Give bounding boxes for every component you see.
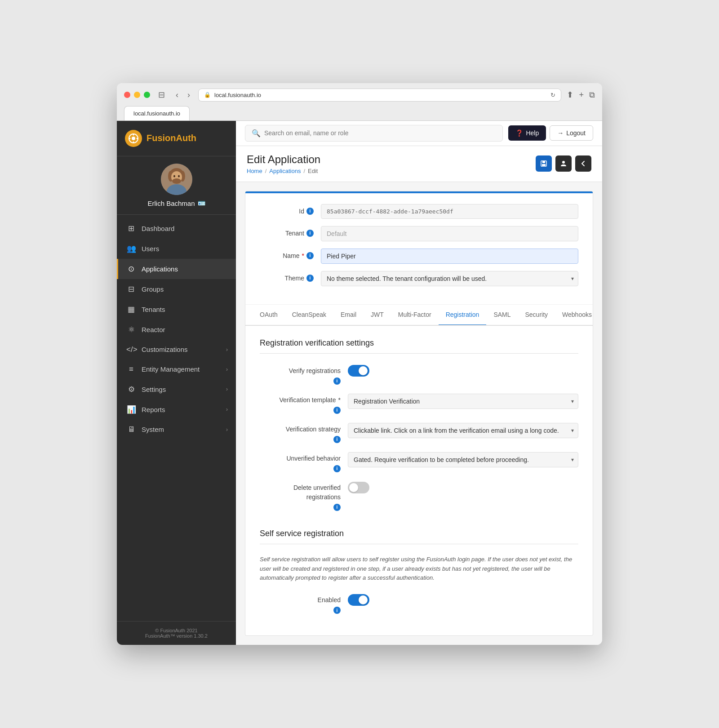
- address-bar[interactable]: 🔒 local.fusionauth.io ↻: [198, 89, 561, 102]
- verification-strategy-select[interactable]: Clickable link. Click on a link from the…: [348, 423, 578, 438]
- self-service-description: Self service registration will allow use…: [260, 555, 578, 583]
- lock-icon: 🔒: [204, 92, 211, 98]
- sidebar-item-groups[interactable]: ⊟ Groups: [117, 279, 236, 299]
- unverified-behavior-select[interactable]: Gated. Require verification to be comple…: [348, 452, 578, 467]
- section-title-reg-verification: Registration verification settings: [260, 338, 578, 354]
- save-button[interactable]: [536, 155, 552, 172]
- tab-oauth[interactable]: OAuth: [253, 305, 285, 326]
- customizations-icon: </>: [126, 345, 136, 354]
- verification-template-row: Verification template* i Registration Ve…: [260, 394, 578, 414]
- sidebar-item-label: Dashboard: [142, 225, 174, 232]
- sidebar-toggle-button[interactable]: ⊟: [155, 89, 168, 101]
- self-service-enabled-row: Enabled i: [260, 594, 578, 614]
- unverified-behavior-label: Unverified behavior i: [260, 452, 341, 472]
- share-button[interactable]: ⬆: [567, 90, 573, 100]
- sidebar-item-label: Users: [142, 245, 159, 253]
- version-text: FusionAuth™ version 1.30.2: [125, 633, 228, 639]
- unverified-behavior-row: Unverified behavior i Gated. Require ver…: [260, 452, 578, 472]
- sidebar-item-reactor[interactable]: ⚛ Reactor: [117, 320, 236, 340]
- tab-jwt[interactable]: JWT: [364, 305, 391, 326]
- self-service-enabled-info-icon[interactable]: i: [333, 607, 341, 614]
- tab-email[interactable]: Email: [333, 305, 364, 326]
- new-tab-button[interactable]: +: [579, 90, 584, 100]
- sidebar-item-label: Entity Management: [142, 365, 200, 373]
- groups-icon: ⊟: [126, 284, 136, 294]
- help-button[interactable]: ❓ Help: [508, 125, 546, 141]
- verify-registrations-info-icon[interactable]: i: [333, 377, 341, 385]
- self-service-section: Self service registration Self service r…: [260, 529, 578, 614]
- sidebar-item-entity-management[interactable]: ≡ Entity Management ›: [117, 360, 236, 379]
- svg-rect-17: [542, 161, 545, 163]
- sidebar-item-label: Groups: [142, 285, 164, 293]
- back-button[interactable]: ‹: [173, 89, 181, 101]
- sidebar-item-label: Reactor: [142, 326, 165, 333]
- section-title-self-service: Self service registration: [260, 529, 578, 544]
- unverified-behavior-info-icon[interactable]: i: [333, 465, 341, 472]
- tenant-input[interactable]: [321, 226, 578, 241]
- name-label: Name* i: [260, 249, 314, 259]
- tenant-info-icon[interactable]: i: [306, 230, 314, 237]
- verification-template-info-icon[interactable]: i: [333, 407, 341, 414]
- theme-info-icon[interactable]: i: [306, 275, 314, 282]
- browser-tab[interactable]: local.fusionauth.io: [124, 106, 190, 120]
- tab-registration[interactable]: Registration: [439, 305, 487, 326]
- tab-title: local.fusionauth.io: [133, 110, 180, 117]
- url-text: local.fusionauth.io: [214, 92, 261, 98]
- user-action-button[interactable]: [555, 155, 572, 172]
- sidebar-item-settings[interactable]: ⚙ Settings ›: [117, 379, 236, 400]
- page-title: Edit Application: [247, 153, 320, 166]
- verification-strategy-row: Verification strategy i Clickable link. …: [260, 423, 578, 443]
- search-input[interactable]: [264, 129, 496, 137]
- settings-icon: ⚙: [126, 385, 136, 394]
- sidebar-item-applications[interactable]: ⊙ Applications: [117, 259, 236, 279]
- id-input[interactable]: [321, 204, 578, 219]
- search-icon: 🔍: [252, 129, 261, 138]
- verification-template-label: Verification template* i: [260, 394, 341, 414]
- self-service-enabled-toggle[interactable]: [348, 594, 369, 606]
- sidebar-item-tenants[interactable]: ▦ Tenants: [117, 299, 236, 320]
- sidebar-item-customizations[interactable]: </> Customizations ›: [117, 340, 236, 360]
- sidebar-item-reports[interactable]: 📊 Reports ›: [117, 400, 236, 420]
- breadcrumb-home[interactable]: Home: [247, 168, 262, 174]
- reactor-icon: ⚛: [126, 325, 136, 334]
- tab-webhooks[interactable]: Webhooks: [555, 305, 593, 326]
- minimize-button[interactable]: [134, 92, 140, 98]
- search-box[interactable]: 🔍: [245, 125, 503, 142]
- logout-button[interactable]: → Logout: [550, 125, 593, 141]
- name-input[interactable]: [321, 249, 578, 264]
- sidebar-item-dashboard[interactable]: ⊞ Dashboard: [117, 218, 236, 239]
- breadcrumb-applications[interactable]: Applications: [269, 168, 301, 174]
- page-actions: [536, 155, 591, 172]
- theme-row: Theme i No theme selected. The tenant co…: [260, 271, 578, 286]
- verification-template-select[interactable]: Registration Verification: [348, 394, 578, 409]
- id-info-icon[interactable]: i: [306, 208, 314, 215]
- name-info-icon[interactable]: i: [306, 252, 314, 259]
- delete-unverified-toggle[interactable]: [348, 482, 369, 493]
- breadcrumb-edit: Edit: [308, 168, 318, 174]
- delete-unverified-info-icon[interactable]: i: [333, 504, 341, 511]
- main-content: 🔍 ❓ Help → Logout Edit Appli: [236, 121, 602, 645]
- refresh-icon[interactable]: ↻: [550, 92, 555, 98]
- tab-multifactor[interactable]: Multi-Factor: [391, 305, 439, 326]
- delete-unverified-row: Delete unverified registrations i: [260, 481, 578, 511]
- verification-strategy-info-icon[interactable]: i: [333, 436, 341, 443]
- back-arrow-button[interactable]: [575, 155, 591, 172]
- close-button[interactable]: [124, 92, 130, 98]
- maximize-button[interactable]: [144, 92, 150, 98]
- self-service-enabled-label: Enabled i: [260, 594, 341, 614]
- system-icon: 🖥: [126, 425, 136, 434]
- chevron-right-icon: ›: [226, 406, 228, 413]
- tab-saml[interactable]: SAML: [486, 305, 518, 326]
- brand-icon: [125, 130, 142, 147]
- tab-cleanspeak[interactable]: CleanSpeak: [285, 305, 333, 326]
- form-section: Id i Tenant i: [245, 193, 593, 305]
- svg-point-3: [133, 141, 134, 142]
- verify-registrations-toggle[interactable]: [348, 365, 369, 377]
- tabs-button[interactable]: ⧉: [589, 90, 595, 100]
- chevron-right-icon: ›: [226, 346, 228, 353]
- tab-security[interactable]: Security: [518, 305, 555, 326]
- sidebar-item-users[interactable]: 👥 Users: [117, 239, 236, 259]
- forward-button[interactable]: ›: [185, 89, 193, 101]
- theme-select[interactable]: No theme selected. The tenant configurat…: [321, 271, 578, 286]
- sidebar-item-system[interactable]: 🖥 System ›: [117, 420, 236, 439]
